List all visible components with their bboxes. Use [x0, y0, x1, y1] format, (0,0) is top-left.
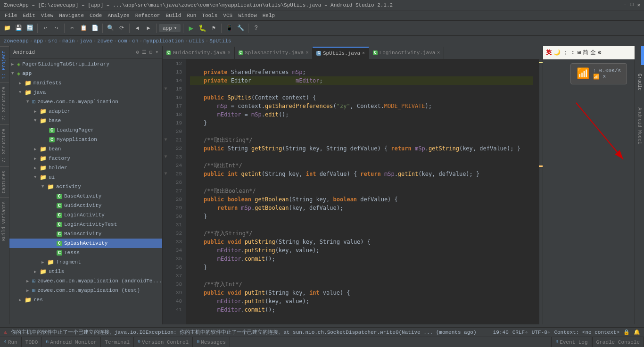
- tree-utils[interactable]: ▶ 📁 utils: [9, 267, 162, 276]
- toolbar-replace[interactable]: ⟳: [116, 23, 127, 33]
- tab-build-variants[interactable]: Build Variants: [0, 197, 9, 245]
- close-button[interactable]: ✕: [637, 2, 640, 8]
- tree-tesss[interactable]: C Tesss: [9, 248, 162, 257]
- tab-splashactivity[interactable]: C SplashActivity.java ×: [235, 47, 313, 59]
- tree-package-test[interactable]: ▶ ⊞ zowee.com.cn.myapplication (test): [9, 286, 162, 295]
- tree-res[interactable]: ▶ 📁 res: [9, 295, 162, 305]
- minimize-button[interactable]: –: [623, 2, 627, 8]
- toolbar-save[interactable]: 💾: [13, 23, 24, 33]
- tree-myapplication[interactable]: C MyApplication: [9, 135, 162, 144]
- ime-settings[interactable]: ⚙: [598, 49, 601, 56]
- tree-loginactivitytest[interactable]: C LoginActivityTest: [9, 220, 162, 229]
- menu-run[interactable]: Run: [184, 12, 199, 19]
- bottom-tab-version-control[interactable]: 9 Version Control: [134, 337, 193, 347]
- gradle-label[interactable]: Gradle: [636, 70, 644, 94]
- gutter-fold3[interactable]: ▼: [163, 153, 169, 161]
- tree-mainactivity[interactable]: C MainActivity: [9, 229, 162, 239]
- breadcrumb-sputils[interactable]: SpUtils: [209, 38, 231, 44]
- menu-code[interactable]: Code: [87, 12, 105, 19]
- tree-manifests[interactable]: ▶ 📁 manifests: [9, 78, 162, 88]
- tab-close-login[interactable]: ×: [437, 50, 440, 56]
- sidebar-settings-btn[interactable]: ⊟: [149, 49, 153, 55]
- bottom-tab-android-monitor[interactable]: 6 Android Monitor: [42, 337, 101, 347]
- breadcrumb-java[interactable]: java: [80, 38, 92, 44]
- tab-close-sputils[interactable]: ×: [362, 51, 365, 56]
- menu-refactor[interactable]: Refactor: [132, 12, 163, 19]
- status-line-ending[interactable]: CRLF÷: [512, 330, 528, 335]
- breadcrumb-src[interactable]: src: [48, 38, 58, 44]
- toolbar-open[interactable]: 📁: [2, 23, 12, 33]
- maximize-button[interactable]: □: [630, 2, 634, 8]
- breadcrumb-cn[interactable]: cn: [132, 38, 138, 44]
- bottom-tab-messages[interactable]: 0 Messages: [193, 337, 230, 347]
- toolbar-back[interactable]: ◀: [132, 23, 142, 33]
- menu-vcs[interactable]: VCS: [220, 12, 235, 19]
- gutter-fold1[interactable]: ▼: [163, 85, 169, 93]
- tree-splashactivity[interactable]: C SplashActivity: [9, 239, 162, 248]
- tree-base[interactable]: ▼ 📁 base: [9, 116, 162, 125]
- toolbar-forward[interactable]: ▶: [143, 23, 154, 33]
- sidebar-gear-btn[interactable]: ▾: [155, 49, 158, 55]
- tab-structure-2[interactable]: 2: Structure: [0, 83, 9, 124]
- menu-tools[interactable]: Tools: [199, 12, 220, 19]
- toolbar-sync[interactable]: 🔄: [25, 23, 35, 33]
- menu-file[interactable]: File: [2, 12, 20, 19]
- tab-close-guid[interactable]: ×: [228, 50, 231, 56]
- menu-view[interactable]: View: [38, 12, 56, 19]
- sidebar-sync-btn[interactable]: ⚙: [136, 49, 139, 55]
- bottom-tab-event-log[interactable]: 3 Event Log: [551, 337, 592, 347]
- tab-structure-7[interactable]: 7: Structure: [0, 124, 9, 166]
- status-encoding[interactable]: UTF-8÷: [532, 330, 551, 335]
- tree-factory[interactable]: ▶ 📁 factory: [9, 154, 162, 163]
- breadcrumb-app[interactable]: app: [33, 38, 43, 44]
- android-model-label[interactable]: Android Model: [636, 104, 644, 148]
- tree-activity[interactable]: ▼ 📁 activity: [9, 182, 162, 191]
- app-selector[interactable]: app ▾: [159, 24, 181, 32]
- gradle-tab[interactable]: Gradle Android Model: [635, 46, 644, 324]
- breadcrumb-com[interactable]: com: [118, 38, 127, 44]
- tree-package-main[interactable]: ▼ ⊞ zowee.com.cn.myapplication: [9, 97, 162, 107]
- run-button[interactable]: ▶: [186, 23, 196, 33]
- menu-edit[interactable]: Edit: [20, 12, 38, 19]
- code-content[interactable]: private SharedPreferences mSp; private E…: [186, 59, 539, 324]
- gutter-fold4[interactable]: ▼: [163, 170, 169, 178]
- toolbar-copy[interactable]: 📋: [78, 23, 89, 33]
- menu-window[interactable]: Window: [235, 12, 260, 19]
- toolbar-undo[interactable]: ↩: [40, 23, 50, 33]
- tree-java[interactable]: ▼ 📁 java: [9, 88, 162, 97]
- toolbar-cut[interactable]: ✂: [67, 23, 77, 33]
- breadcrumb-utils[interactable]: utils: [189, 38, 205, 44]
- tree-adapter[interactable]: ▶ 📁 adapter: [9, 107, 162, 116]
- breadcrumb-zowee[interactable]: zowee: [97, 38, 113, 44]
- bottom-tab-run[interactable]: 4 Run: [0, 337, 22, 347]
- tree-package-android[interactable]: ▶ ⊞ zowee.com.cn.myapplication (androidT…: [9, 276, 162, 286]
- tree-guidactivity[interactable]: C GuidActivity: [9, 201, 162, 210]
- tab-sputils[interactable]: C SpUtils.java ×: [313, 47, 369, 59]
- toolbar-paste[interactable]: 📄: [90, 23, 100, 33]
- tree-pager-library[interactable]: ▶ ◈ PagerSlidingTabStrip_library: [9, 59, 162, 69]
- breadcrumb-main[interactable]: main: [62, 38, 74, 44]
- toolbar-find[interactable]: 🔍: [105, 23, 116, 33]
- tree-loadingpager[interactable]: C LoadingPager: [9, 125, 162, 135]
- tree-holder[interactable]: ▶ 📁 holder: [9, 163, 162, 173]
- bottom-tab-terminal[interactable]: Terminal: [101, 337, 134, 347]
- menu-build[interactable]: Build: [163, 12, 184, 19]
- tree-ui[interactable]: ▼ 📁 ui: [9, 173, 162, 182]
- tree-app[interactable]: ▼ ◈ app: [9, 69, 162, 78]
- toolbar-redo[interactable]: ↪: [51, 23, 62, 33]
- tree-loginactivity[interactable]: C LoginActivity: [9, 210, 162, 220]
- menu-analyze[interactable]: Analyze: [105, 12, 132, 19]
- sdk-button[interactable]: 🔧: [235, 23, 246, 33]
- tab-loginactivity[interactable]: C LoginActivity.java ×: [369, 47, 444, 59]
- tab-project[interactable]: 1: Project: [0, 46, 9, 83]
- bottom-tab-gradle-console[interactable]: Gradle Console: [592, 337, 644, 347]
- sidebar-collapse-btn[interactable]: ☰: [142, 49, 147, 55]
- breadcrumb-myapplication[interactable]: myapplication: [143, 38, 184, 44]
- menu-help[interactable]: Help: [260, 12, 278, 19]
- breadcrumb-zoweeapp[interactable]: zoweeapp: [4, 38, 29, 44]
- menu-navigate[interactable]: Navigate: [56, 12, 87, 19]
- bottom-tab-todo[interactable]: TODO: [22, 337, 42, 347]
- avd-button[interactable]: 📱: [224, 23, 234, 33]
- debug-button[interactable]: 🐛: [197, 23, 207, 33]
- tab-guidactivity[interactable]: C GuidActivity.java ×: [163, 47, 235, 59]
